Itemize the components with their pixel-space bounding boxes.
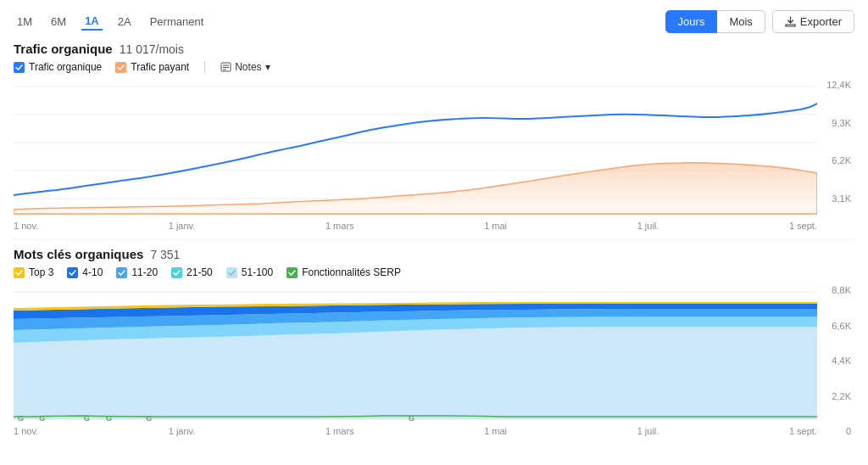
section2-y-axis: 8,8K 6,6K 4,4K 2,2K 0	[817, 283, 854, 436]
check-icon-lightblue	[228, 270, 236, 276]
right-controls: Jours Mois Exporter	[665, 10, 854, 33]
legend-4-10[interactable]: 4-10	[67, 266, 103, 278]
check-icon-darkblue	[69, 270, 76, 276]
legend-check-blue2	[116, 267, 127, 278]
section2-chart-area: G G G G G G 1 nov. 1 janv. 1 mars 1 mai …	[14, 283, 854, 436]
export-button[interactable]: Exporter	[772, 10, 854, 33]
svg-text:G: G	[106, 414, 112, 423]
filter-permanent[interactable]: Permanent	[147, 14, 208, 30]
check-icon-yellow	[15, 270, 23, 276]
filter-6m[interactable]: 6M	[47, 14, 70, 30]
svg-text:G: G	[84, 414, 90, 423]
time-filters: 1M 6M 1A 2A Permanent	[14, 13, 207, 31]
top-bar: 1M 6M 1A 2A Permanent Jours Mois Exporte…	[14, 10, 854, 33]
filter-2a[interactable]: 2A	[114, 14, 135, 30]
section2-x-axis: 1 nov. 1 janv. 1 mars 1 mai 1 juil. 1 se…	[14, 423, 817, 436]
legend-check-lightblue	[226, 267, 237, 278]
export-icon	[785, 16, 796, 27]
filter-1a[interactable]: 1A	[81, 13, 103, 31]
check-icon	[15, 64, 23, 70]
section2-chart-main: G G G G G G 1 nov. 1 janv. 1 mars 1 mai …	[14, 283, 817, 436]
check-icon-blue2	[118, 270, 125, 276]
svg-text:G: G	[409, 414, 415, 423]
legend-check-darkblue	[67, 267, 78, 278]
legend-check-green	[287, 267, 298, 278]
check-icon-green	[288, 270, 296, 276]
section2-title: Mots clés organiques 7 351	[14, 247, 854, 261]
section1-x-axis: 1 nov. 1 janv. 1 mars 1 mai 1 juil. 1 se…	[14, 218, 817, 231]
legend-divider	[204, 61, 205, 73]
jours-mois-toggle: Jours Mois	[665, 10, 765, 33]
legend-trafic-organique[interactable]: Trafic organique	[14, 61, 102, 73]
section1-title: Trafic organique 11 017/mois	[14, 42, 854, 56]
section1-chart-svg	[14, 78, 817, 218]
jours-button[interactable]: Jours	[665, 10, 718, 33]
check-icon-orange	[117, 64, 125, 70]
svg-text:G: G	[39, 414, 45, 423]
section1-legend: Trafic organique Trafic payant Notes ▾	[14, 61, 854, 73]
legend-check-teal	[171, 267, 182, 278]
filter-1m[interactable]: 1M	[14, 14, 36, 30]
check-icon-teal	[173, 270, 181, 276]
legend-11-20[interactable]: 11-20	[116, 266, 158, 278]
section1-y-axis: 12,4K 9,3K 6,2K 3,1K	[817, 78, 854, 231]
section-separator	[14, 239, 854, 240]
svg-text:G: G	[146, 414, 152, 423]
legend-trafic-payant[interactable]: Trafic payant	[115, 61, 189, 73]
legend-serp[interactable]: Fonctionnalités SERP	[287, 266, 401, 278]
legend-check-blue	[14, 62, 25, 73]
legend-51-100[interactable]: 51-100	[226, 266, 273, 278]
legend-21-50[interactable]: 21-50	[171, 266, 213, 278]
section1-chart-area: 1 nov. 1 janv. 1 mars 1 mai 1 juil. 1 se…	[14, 78, 854, 231]
section2-chart-svg: G G G G G G	[14, 283, 817, 423]
section1-chart-main: 1 nov. 1 janv. 1 mars 1 mai 1 juil. 1 se…	[14, 78, 817, 231]
svg-text:G: G	[18, 414, 24, 423]
section2-legend: Top 3 4-10 11-20 21-50 51-100 Fonctionna…	[14, 266, 854, 278]
legend-top3[interactable]: Top 3	[14, 266, 53, 278]
notes-button[interactable]: Notes ▾	[220, 61, 270, 73]
legend-check-yellow	[14, 267, 25, 278]
legend-check-orange	[115, 62, 126, 73]
notes-icon	[220, 62, 231, 72]
mois-button[interactable]: Mois	[717, 10, 765, 33]
